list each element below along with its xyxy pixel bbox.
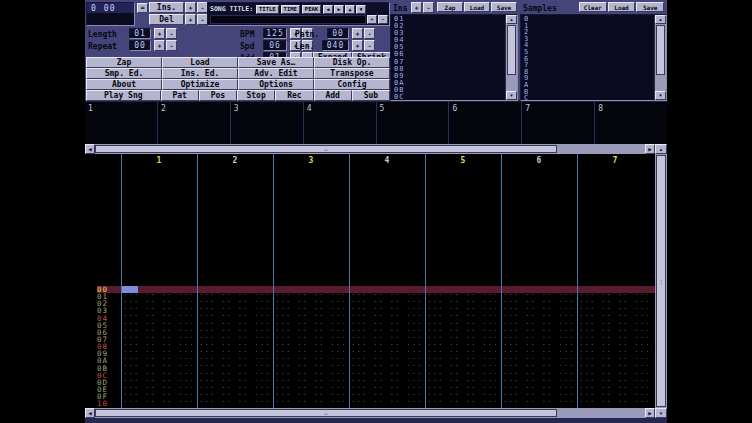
- pattern-channel-header-7[interactable]: 7: [577, 156, 653, 165]
- title-up-icon[interactable]: ▲: [345, 5, 355, 14]
- pattern-cell[interactable]: ... .. .. ...: [501, 286, 577, 293]
- pattern-cell[interactable]: ... .. .. ...: [349, 400, 425, 407]
- title-scroll-left-icon[interactable]: ◀: [323, 5, 333, 14]
- pattern-cell[interactable]: ... .. .. ...: [425, 386, 501, 393]
- scroll-right-icon[interactable]: ▶: [645, 408, 655, 418]
- scroll-left-icon[interactable]: ◀: [85, 408, 95, 418]
- pattern-length-plus-button[interactable]: +: [352, 40, 363, 51]
- scroll-up-icon[interactable]: ▲: [655, 144, 667, 154]
- pattern-cell[interactable]: ... .. .. ...: [121, 350, 197, 357]
- menu-ins-ed-button[interactable]: Ins. Ed.: [162, 68, 238, 79]
- pattern-cell[interactable]: ... .. .. ...: [121, 393, 197, 400]
- instrument-item[interactable]: 04: [391, 37, 505, 44]
- pattern-cell[interactable]: ... .. .. ...: [501, 293, 577, 300]
- pattern-cell[interactable]: ... .. .. ...: [501, 343, 577, 350]
- pattern-cell[interactable]: ... .. .. ...: [273, 293, 349, 300]
- menu-config-button[interactable]: Config: [314, 79, 390, 90]
- pattern-hscroll-bottom[interactable]: ◀ ⋯ ▶: [85, 408, 655, 418]
- pattern-cell[interactable]: ... .. .. ...: [273, 343, 349, 350]
- pattern-cell[interactable]: ... .. .. ...: [273, 286, 349, 293]
- pattern-cell[interactable]: ... .. .. ...: [577, 357, 653, 364]
- instrument-item[interactable]: 0A: [391, 80, 505, 87]
- pattern-cell[interactable]: ... .. .. ...: [273, 336, 349, 343]
- instrument-item[interactable]: 06: [391, 51, 505, 58]
- menu-sub-button[interactable]: Sub: [352, 90, 390, 101]
- pattern-cell[interactable]: ... .. .. ...: [577, 336, 653, 343]
- instrument-item[interactable]: 07: [391, 59, 505, 66]
- pattern-cell[interactable]: ... .. .. ...: [425, 300, 501, 307]
- vscroll-thumb[interactable]: ⋮: [656, 155, 666, 407]
- pattern-cell[interactable]: ... .. .. ...: [425, 343, 501, 350]
- vscroll-track[interactable]: ⋮: [655, 154, 667, 408]
- instrument-item[interactable]: 02: [391, 23, 505, 30]
- pattern-cell[interactable]: ... .. .. ...: [501, 350, 577, 357]
- sample-scroll-thumb[interactable]: [656, 25, 665, 75]
- pattern-cell[interactable]: ... .. .. ...: [577, 386, 653, 393]
- pattern-cell[interactable]: ... .. .. ...: [197, 350, 273, 357]
- menu-play-sng-button[interactable]: Play Sng: [86, 90, 161, 101]
- pattern-cell[interactable]: ... .. .. ...: [501, 336, 577, 343]
- pattern-channel-header-3[interactable]: 3: [273, 156, 349, 165]
- pattern-cell[interactable]: ... .. .. ...: [197, 393, 273, 400]
- position-2-plus-button[interactable]: +: [185, 14, 196, 25]
- scroll-right-icon[interactable]: ▶: [645, 144, 655, 154]
- pattern-cell[interactable]: ... .. .. ...: [425, 393, 501, 400]
- menu-pos-button[interactable]: Pos: [199, 90, 237, 101]
- menu-rec-button[interactable]: Rec: [275, 90, 313, 101]
- instrument-item[interactable]: 01: [391, 16, 505, 23]
- position-plus-button[interactable]: +: [185, 2, 196, 13]
- sample-item[interactable]: 4: [521, 42, 654, 49]
- pattern-cell[interactable]: ... .. .. ...: [197, 300, 273, 307]
- instrument-scrollbar[interactable]: ▲ ▼: [505, 15, 517, 100]
- pattern-channel-header-5[interactable]: 5: [425, 156, 501, 165]
- sample-item[interactable]: A: [521, 82, 654, 89]
- sample-item[interactable]: B: [521, 89, 654, 96]
- pattern-cell[interactable]: ... .. .. ...: [425, 336, 501, 343]
- pattern-cell[interactable]: ... .. .. ...: [121, 286, 197, 293]
- menu-save-as-button[interactable]: Save As…: [238, 57, 314, 68]
- pattern-row-09[interactable]: 09... .. .. ...... .. .. ...... .. .. ..…: [85, 350, 655, 357]
- pattern-row-10[interactable]: 10... .. .. ...... .. .. ...... .. .. ..…: [85, 400, 655, 407]
- pattern-cell[interactable]: ... .. .. ...: [273, 350, 349, 357]
- pattern-cell[interactable]: ... .. .. ...: [577, 300, 653, 307]
- pattern-row-07[interactable]: 07... .. .. ...... .. .. ...... .. .. ..…: [85, 336, 655, 343]
- sample-item[interactable]: 1: [521, 23, 654, 30]
- song-title-input[interactable]: [210, 15, 366, 24]
- pattern-cell[interactable]: ... .. .. ...: [577, 293, 653, 300]
- hscroll-top-track[interactable]: ⋯: [95, 144, 645, 154]
- pattern-cell[interactable]: ... .. .. ...: [197, 343, 273, 350]
- pattern-row-08[interactable]: 08... .. .. ...... .. .. ...... .. .. ..…: [85, 343, 655, 350]
- sample-item[interactable]: 8: [521, 69, 654, 76]
- insert-position-button[interactable]: Ins.: [149, 2, 184, 13]
- pattern-row-00[interactable]: 00... .. .. ...... .. .. ...... .. .. ..…: [85, 286, 655, 293]
- pattern-cell[interactable]: ... .. .. ...: [273, 307, 349, 314]
- scroll-down-icon[interactable]: ▼: [655, 408, 667, 418]
- title-scroll-right-icon[interactable]: ▶: [334, 5, 344, 14]
- title-tab-time-button[interactable]: TIME: [281, 5, 300, 14]
- scroll-left-icon[interactable]: ◀: [85, 144, 95, 154]
- instrument-plus-button[interactable]: +: [411, 2, 422, 13]
- pattern-cell[interactable]: ... .. .. ...: [349, 357, 425, 364]
- scope-channel-7[interactable]: 7: [522, 102, 595, 144]
- pattern-cell[interactable]: ... .. .. ...: [349, 300, 425, 307]
- hscroll-bottom-thumb[interactable]: ⋯: [95, 409, 557, 417]
- pattern-cell[interactable]: ... .. .. ...: [197, 400, 273, 407]
- pattern-cell[interactable]: ... .. .. ...: [425, 350, 501, 357]
- scroll-down-icon[interactable]: ▼: [655, 91, 666, 100]
- pattern-cell[interactable]: ... .. .. ...: [425, 357, 501, 364]
- instrument-minus-button[interactable]: -: [423, 2, 434, 13]
- pattern-cell[interactable]: ... .. .. ...: [501, 300, 577, 307]
- pattern-channel-header-2[interactable]: 2: [197, 156, 273, 165]
- equals-button[interactable]: =: [137, 3, 148, 13]
- pattern-cell[interactable]: ... .. .. ...: [273, 300, 349, 307]
- menu-disk-op-button[interactable]: Disk Op.: [314, 57, 390, 68]
- order-list-row[interactable]: 0 00: [87, 3, 134, 13]
- sample-item[interactable]: 0: [521, 16, 654, 23]
- sample-item[interactable]: 5: [521, 49, 654, 56]
- menu-zap-button[interactable]: Zap: [86, 57, 162, 68]
- instrument-save-button[interactable]: Save: [491, 2, 517, 12]
- menu-smp-ed-button[interactable]: Smp. Ed.: [86, 68, 162, 79]
- pattern-cell[interactable]: ... .. .. ...: [121, 343, 197, 350]
- instrument-item[interactable]: 05: [391, 44, 505, 51]
- instrument-item[interactable]: 0B: [391, 87, 505, 94]
